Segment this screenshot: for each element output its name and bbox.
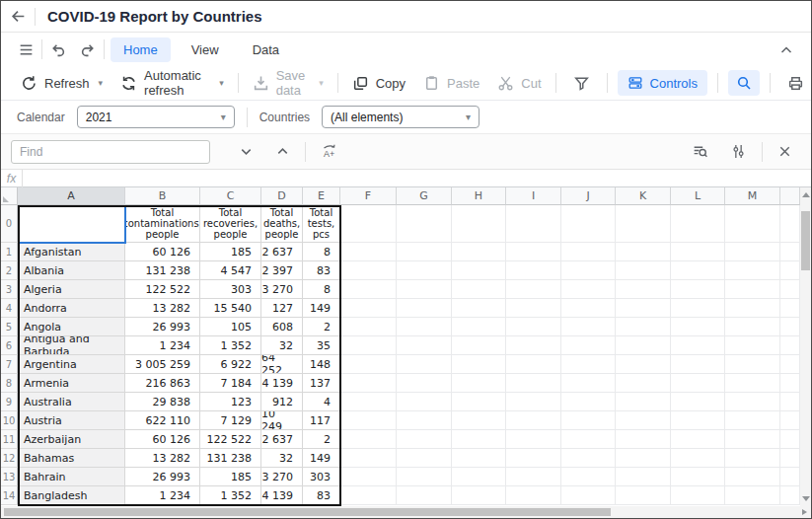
cut-button[interactable]: Cut [493, 71, 545, 96]
cell[interactable]: Total tests, pcs [303, 205, 340, 243]
horizontal-scrollbar[interactable] [1, 506, 811, 518]
cell[interactable] [725, 318, 780, 336]
automatic-refresh-caret[interactable]: ▾ [219, 78, 224, 88]
cell[interactable] [397, 374, 452, 393]
cell[interactable] [725, 486, 780, 505]
cell[interactable]: 83 [303, 486, 340, 505]
cell[interactable] [725, 336, 780, 355]
cell[interactable] [340, 205, 397, 243]
cell[interactable] [397, 205, 452, 243]
row-header-11[interactable]: 11 [1, 430, 18, 449]
row-header-1[interactable]: 1 [1, 243, 18, 261]
cell[interactable]: 4 [303, 393, 340, 411]
cell[interactable] [340, 243, 397, 261]
cell[interactable]: Total recoveries, people [200, 205, 261, 243]
cell[interactable]: Total contaminations, people [125, 205, 200, 243]
cell[interactable]: 4 139 [261, 486, 303, 505]
cell[interactable] [506, 411, 561, 430]
cell[interactable]: 3 270 [261, 468, 303, 486]
cell[interactable] [725, 393, 780, 411]
cell[interactable] [397, 243, 452, 261]
automatic-refresh-button[interactable]: Automatic refresh▾ [116, 64, 228, 102]
filter-button[interactable] [566, 71, 597, 96]
cell[interactable]: Angola [18, 318, 125, 336]
cell[interactable]: 26 993 [125, 468, 200, 486]
cell[interactable]: 131 238 [200, 449, 261, 468]
cell[interactable] [397, 393, 452, 411]
cell[interactable] [397, 355, 452, 374]
cell[interactable] [397, 261, 452, 280]
cell[interactable] [452, 355, 506, 374]
vertical-scroll-thumb[interactable] [801, 211, 810, 270]
cell[interactable] [671, 430, 725, 449]
cell[interactable] [397, 336, 452, 355]
cell[interactable] [397, 468, 452, 486]
cell[interactable] [616, 205, 671, 243]
cell[interactable] [780, 374, 800, 393]
cell[interactable] [340, 299, 397, 318]
cell[interactable]: Bahamas [18, 449, 125, 468]
cell[interactable] [506, 318, 561, 336]
cell[interactable] [616, 261, 671, 280]
cell[interactable]: 32 [261, 449, 303, 468]
cell[interactable]: 303 [200, 280, 261, 299]
cell[interactable] [561, 205, 616, 243]
cell[interactable]: 8 [303, 243, 340, 261]
cell[interactable] [506, 261, 561, 280]
column-header-G[interactable]: G [397, 187, 452, 205]
save-data-button[interactable]: Save data▾ [249, 64, 328, 102]
cell[interactable]: Total deaths, people [261, 205, 303, 243]
row-header-9[interactable]: 9 [1, 393, 18, 411]
cell[interactable]: Australia [18, 393, 125, 411]
cell[interactable]: Antigua and Barbuda [18, 336, 125, 355]
find-input[interactable] [11, 140, 210, 164]
search-button[interactable] [728, 70, 760, 96]
cell[interactable]: 2 397 [261, 261, 303, 280]
cell[interactable]: 83 [303, 261, 340, 280]
row-header-10[interactable]: 10 [1, 411, 18, 430]
cell[interactable]: 7 184 [200, 374, 261, 393]
tab-data[interactable]: Data [240, 37, 292, 62]
cell[interactable] [671, 468, 725, 486]
undo-button[interactable] [42, 37, 73, 62]
calendar-select[interactable]: 2021 ▾ [77, 106, 235, 128]
cell[interactable] [725, 411, 780, 430]
cell[interactable] [340, 468, 397, 486]
cell[interactable] [780, 318, 800, 336]
cell[interactable]: 912 [261, 393, 303, 411]
refresh-caret[interactable]: ▾ [99, 78, 104, 88]
cell[interactable] [397, 318, 452, 336]
cell[interactable] [561, 374, 616, 393]
cell[interactable] [671, 299, 725, 318]
cell[interactable]: Armenia [18, 374, 125, 393]
cell[interactable] [780, 393, 800, 411]
cell[interactable]: 6 922 [200, 355, 261, 374]
tab-home[interactable]: Home [111, 37, 171, 62]
cell[interactable] [616, 468, 671, 486]
cell[interactable]: Argentina [18, 355, 125, 374]
cell[interactable] [452, 486, 506, 505]
cell[interactable] [340, 355, 397, 374]
cell[interactable]: Andorra [18, 299, 125, 318]
menu-button[interactable] [11, 37, 41, 62]
cell[interactable]: 131 238 [125, 261, 200, 280]
cell[interactable] [671, 318, 725, 336]
cell[interactable] [780, 430, 800, 449]
row-header-4[interactable]: 4 [1, 299, 18, 318]
cell[interactable] [780, 355, 800, 374]
cell[interactable]: 8 [303, 280, 340, 299]
search-in-results-button[interactable] [685, 139, 715, 164]
cell[interactable]: 127 [261, 299, 303, 318]
cell[interactable] [616, 393, 671, 411]
column-header-A[interactable]: A [18, 187, 125, 205]
cell[interactable]: 185 [200, 468, 261, 486]
cell[interactable] [340, 280, 397, 299]
tab-view[interactable]: View [179, 37, 232, 62]
cell[interactable]: 29 838 [125, 393, 200, 411]
cell[interactable]: 1 234 [125, 336, 200, 355]
copy-button[interactable]: Copy [348, 71, 409, 96]
save-data-caret[interactable]: ▾ [319, 78, 324, 88]
row-header-12[interactable]: 12 [1, 449, 18, 468]
cell[interactable] [725, 374, 780, 393]
cell[interactable] [340, 318, 397, 336]
